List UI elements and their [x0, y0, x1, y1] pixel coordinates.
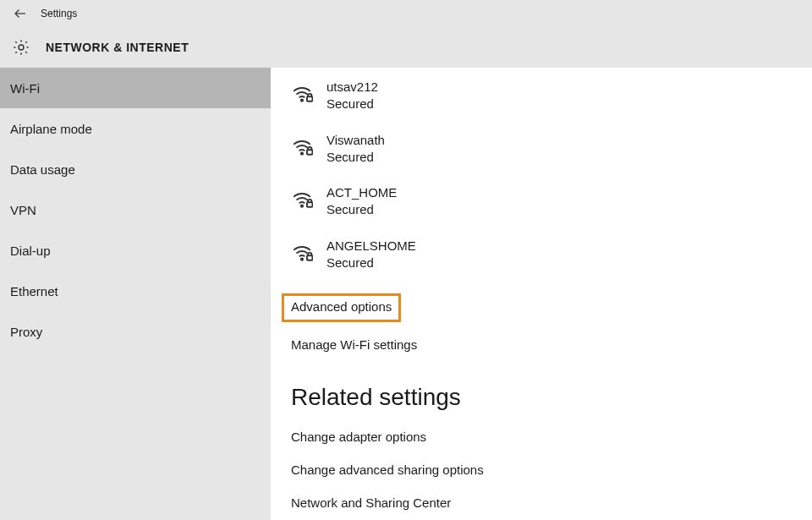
sidebar-item-wifi[interactable]: Wi-Fi: [0, 68, 271, 108]
sidebar-item-label: VPN: [10, 203, 36, 217]
svg-rect-5: [307, 150, 313, 154]
advanced-options-highlight: Advanced options: [282, 293, 401, 322]
sidebar-item-label: Airplane mode: [10, 122, 92, 136]
wifi-name: utsav212: [326, 79, 378, 96]
svg-point-1: [19, 45, 24, 50]
related-settings: Change adapter options Change advanced s…: [291, 430, 812, 510]
wifi-network[interactable]: utsav212Secured: [291, 79, 812, 113]
wifi-name: Viswanath: [326, 132, 385, 149]
wifi-network-list: utsav212Secured ViswanathSecured ACT_HOM…: [291, 79, 812, 271]
wifi-secured-icon: [291, 135, 313, 157]
sidebar-item-label: Proxy: [10, 325, 42, 339]
sidebar-item-label: Ethernet: [10, 284, 58, 298]
wifi-name: ANGELSHOME: [326, 238, 416, 255]
wifi-secured-icon: [291, 241, 313, 263]
wifi-status: Secured: [326, 201, 397, 218]
sidebar: Wi-Fi Airplane mode Data usage VPN Dial-…: [0, 68, 271, 520]
gear-icon: [10, 36, 32, 58]
back-arrow-icon: [13, 6, 28, 21]
svg-rect-3: [307, 96, 313, 101]
change-adapter-link[interactable]: Change adapter options: [291, 430, 812, 444]
network-sharing-center-link[interactable]: Network and Sharing Center: [291, 495, 812, 510]
back-button[interactable]: [7, 0, 34, 27]
svg-point-2: [301, 100, 303, 101]
wifi-secured-icon: [291, 82, 313, 104]
svg-point-6: [301, 205, 303, 207]
wifi-status: Secured: [326, 149, 385, 166]
sidebar-item-ethernet[interactable]: Ethernet: [0, 271, 271, 311]
wifi-network[interactable]: ViswanathSecured: [291, 132, 812, 167]
sidebar-item-data-usage[interactable]: Data usage: [0, 149, 271, 189]
wifi-secured-icon: [291, 188, 313, 210]
sidebar-item-airplane[interactable]: Airplane mode: [0, 108, 271, 149]
wifi-name: ACT_HOME: [326, 184, 397, 201]
svg-point-4: [301, 152, 303, 154]
svg-rect-7: [307, 202, 313, 206]
main-panel: utsav212Secured ViswanathSecured ACT_HOM…: [271, 68, 812, 520]
change-sharing-link[interactable]: Change advanced sharing options: [291, 463, 812, 477]
titlebar-title: Settings: [41, 8, 77, 19]
wifi-status: Secured: [326, 96, 378, 112]
manage-wifi-link[interactable]: Manage Wi-Fi settings: [291, 337, 417, 352]
wifi-status: Secured: [326, 255, 416, 271]
sidebar-item-label: Dial-up: [10, 244, 51, 258]
wifi-network[interactable]: ACT_HOMESecured: [291, 184, 812, 219]
page-title: NETWORK & INTERNET: [46, 41, 189, 54]
sidebar-item-proxy[interactable]: Proxy: [0, 311, 271, 352]
svg-rect-9: [307, 255, 313, 260]
svg-point-8: [301, 258, 303, 260]
sidebar-item-dialup[interactable]: Dial-up: [0, 230, 271, 271]
header: NETWORK & INTERNET: [0, 27, 812, 68]
wifi-network[interactable]: ANGELSHOMESecured: [291, 238, 812, 272]
related-settings-title: Related settings: [291, 384, 812, 411]
sidebar-item-label: Data usage: [10, 162, 75, 177]
advanced-options-link[interactable]: Advanced options: [291, 299, 392, 314]
sidebar-item-vpn[interactable]: VPN: [0, 189, 271, 230]
sidebar-item-label: Wi-Fi: [10, 81, 40, 96]
titlebar: Settings: [0, 0, 812, 27]
